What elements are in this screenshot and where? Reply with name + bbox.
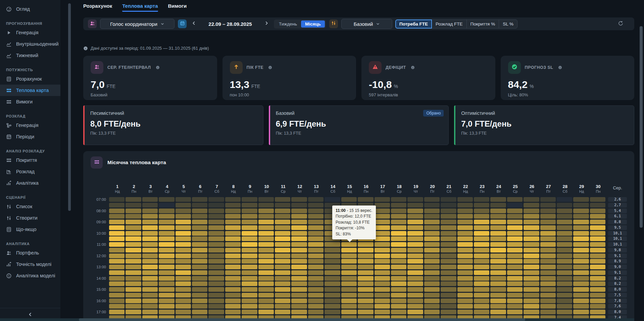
heatmap-cell[interactable] bbox=[142, 299, 158, 303]
heatmap-cell[interactable] bbox=[109, 254, 125, 258]
heatmap-cell[interactable] bbox=[208, 225, 224, 230]
heatmap-cell[interactable] bbox=[225, 236, 241, 241]
heatmap-cell[interactable] bbox=[142, 265, 158, 269]
heatmap-cell[interactable] bbox=[291, 299, 307, 303]
heatmap-cell[interactable] bbox=[457, 197, 473, 202]
heatmap-cell[interactable] bbox=[457, 225, 473, 230]
heatmap-cell[interactable] bbox=[391, 231, 406, 236]
heatmap-cell[interactable] bbox=[275, 209, 290, 213]
heatmap-cell[interactable] bbox=[590, 270, 605, 275]
heatmap-cell[interactable] bbox=[490, 299, 506, 303]
heatmap-cell[interactable] bbox=[275, 236, 290, 241]
heatmap-cell[interactable] bbox=[540, 293, 556, 297]
heatmap-cell[interactable] bbox=[126, 225, 141, 230]
heatmap-cell[interactable] bbox=[524, 299, 539, 303]
heatmap-cell[interactable] bbox=[225, 293, 241, 297]
heatmap-cell[interactable] bbox=[275, 225, 290, 230]
heatmap-cell[interactable] bbox=[225, 287, 241, 292]
heatmap-cell[interactable] bbox=[341, 254, 357, 258]
heatmap-cell[interactable] bbox=[590, 304, 605, 309]
heatmap-cell[interactable] bbox=[325, 287, 340, 292]
heatmap-cell[interactable] bbox=[474, 259, 489, 264]
heatmap-cell[interactable] bbox=[557, 209, 572, 213]
heatmap-cell[interactable] bbox=[507, 265, 523, 269]
heatmap-cell[interactable] bbox=[208, 231, 224, 236]
heatmap-cell[interactable] bbox=[441, 254, 456, 258]
heatmap-cell[interactable] bbox=[540, 214, 556, 219]
heatmap-cell[interactable] bbox=[474, 293, 489, 297]
heatmap-cell[interactable] bbox=[540, 242, 556, 247]
heatmap-cell[interactable] bbox=[540, 231, 556, 236]
heatmap-cell[interactable] bbox=[258, 287, 274, 292]
heatmap-cell[interactable] bbox=[424, 281, 440, 286]
heatmap-cell[interactable] bbox=[242, 270, 257, 275]
heatmap-cell[interactable] bbox=[407, 203, 423, 208]
heatmap-cell[interactable] bbox=[524, 287, 539, 292]
heatmap-cell[interactable] bbox=[457, 299, 473, 303]
heatmap-cell[interactable] bbox=[291, 259, 307, 264]
heatmap-cell[interactable] bbox=[358, 281, 373, 286]
heatmap-cell[interactable] bbox=[275, 293, 290, 297]
heatmap-cell[interactable] bbox=[490, 214, 506, 219]
heatmap-cell[interactable] bbox=[142, 214, 158, 219]
heatmap-cell[interactable] bbox=[507, 281, 523, 286]
heatmap-cell[interactable] bbox=[291, 220, 307, 224]
heatmap-cell[interactable] bbox=[375, 236, 390, 241]
content-vertical-scrollbar[interactable] bbox=[68, 3, 71, 211]
heatmap-cell[interactable] bbox=[242, 248, 257, 253]
horizontal-scrollbar-track[interactable] bbox=[0, 318, 634, 321]
heatmap-cell[interactable] bbox=[242, 203, 257, 208]
heatmap-cell[interactable] bbox=[391, 276, 406, 281]
heatmap-cell[interactable] bbox=[474, 231, 489, 236]
heatmap-cell[interactable] bbox=[391, 248, 406, 253]
heatmap-cell[interactable] bbox=[208, 242, 224, 247]
heatmap-cell[interactable] bbox=[176, 270, 191, 275]
heatmap-cell[interactable] bbox=[192, 299, 207, 303]
heatmap-cell[interactable] bbox=[126, 281, 141, 286]
heatmap-cell[interactable] bbox=[507, 214, 523, 219]
heatmap-cell[interactable] bbox=[142, 209, 158, 213]
heatmap-cell[interactable] bbox=[291, 225, 307, 230]
heatmap-cell[interactable] bbox=[258, 209, 274, 213]
heatmap-cell[interactable] bbox=[490, 209, 506, 213]
heatmap-cell[interactable] bbox=[192, 310, 207, 314]
heatmap-cell[interactable] bbox=[474, 236, 489, 241]
heatmap-cell[interactable] bbox=[126, 304, 141, 309]
heatmap-cell[interactable] bbox=[159, 209, 174, 213]
heatmap-cell[interactable] bbox=[407, 287, 423, 292]
heatmap-cell[interactable] bbox=[192, 225, 207, 230]
heatmap-cell[interactable] bbox=[441, 248, 456, 253]
heatmap-cell[interactable] bbox=[142, 287, 158, 292]
heatmap-cell[interactable] bbox=[258, 225, 274, 230]
heatmap-cell[interactable] bbox=[375, 270, 390, 275]
heatmap-cell[interactable] bbox=[126, 214, 141, 219]
heatmap-cell[interactable] bbox=[109, 203, 125, 208]
heatmap-cell[interactable] bbox=[507, 310, 523, 314]
heatmap-cell[interactable] bbox=[507, 197, 523, 202]
heatmap-cell[interactable] bbox=[242, 276, 257, 281]
heatmap-cell[interactable] bbox=[424, 287, 440, 292]
heatmap-cell[interactable] bbox=[208, 236, 224, 241]
heatmap-cell[interactable] bbox=[275, 214, 290, 219]
heatmap-cell[interactable] bbox=[291, 209, 307, 213]
heatmap-cell[interactable] bbox=[490, 248, 506, 253]
heatmap-cell[interactable] bbox=[424, 242, 440, 247]
heatmap-cell[interactable] bbox=[590, 225, 605, 230]
heatmap-cell[interactable] bbox=[474, 248, 489, 253]
heatmap-cell[interactable] bbox=[474, 203, 489, 208]
heatmap-cell[interactable] bbox=[557, 299, 572, 303]
heatmap-cell[interactable] bbox=[441, 236, 456, 241]
heatmap-cell[interactable] bbox=[441, 299, 456, 303]
heatmap-cell[interactable] bbox=[109, 242, 125, 247]
heatmap-cell[interactable] bbox=[225, 231, 241, 236]
heatmap-cell[interactable] bbox=[407, 236, 423, 241]
heatmap-cell[interactable] bbox=[457, 214, 473, 219]
heatmap-cell[interactable] bbox=[590, 259, 605, 264]
heatmap-cell[interactable] bbox=[192, 214, 207, 219]
heatmap-cell[interactable] bbox=[424, 270, 440, 275]
heatmap-cell[interactable] bbox=[192, 231, 207, 236]
heatmap-cell[interactable] bbox=[590, 242, 605, 247]
heatmap-cell[interactable] bbox=[474, 214, 489, 219]
heatmap-cell[interactable] bbox=[474, 254, 489, 258]
heatmap-cell[interactable] bbox=[291, 236, 307, 241]
